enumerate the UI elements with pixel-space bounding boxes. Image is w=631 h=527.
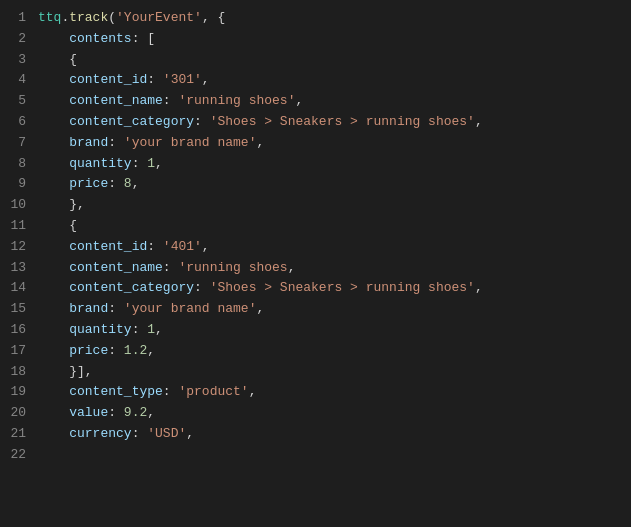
code-line-7: content_category: 'Shoes > Sneakers > ru… [38, 112, 615, 133]
code-line-17: quantity: 1, [38, 320, 615, 341]
token-colon6: : [163, 93, 179, 108]
token-price-key2: price [69, 343, 108, 358]
line-num-13: 13 [0, 258, 26, 279]
token-paren1: ( [108, 10, 116, 25]
token-open12: { [69, 218, 77, 233]
token-comma14: , [288, 260, 296, 275]
code-line-15: content_category: 'Shoes > Sneakers > ru… [38, 278, 615, 299]
token-quantity-key1: quantity [69, 156, 131, 171]
line-num-5: 5 [0, 91, 26, 112]
token-cat-val2: 'Shoes > Sneakers > running shoes' [210, 280, 475, 295]
line-num-10: 10 [0, 195, 26, 216]
token-colon13: : [147, 239, 163, 254]
line-num-11: 11 [0, 216, 26, 237]
token-comma6: , [295, 93, 303, 108]
token-comma13: , [202, 239, 210, 254]
code-line-9: quantity: 1, [38, 154, 615, 175]
code-line-14: content_name: 'running shoes, [38, 258, 615, 279]
code-line-13: content_id: '401', [38, 237, 615, 258]
token-301: '301' [163, 72, 202, 87]
token-comma8: , [256, 135, 264, 150]
line-num-1: 1 [0, 8, 26, 29]
token-brand-val2: 'your brand name' [124, 301, 257, 316]
token-brand-val1: 'your brand name' [124, 135, 257, 150]
token-colon5: : [147, 72, 163, 87]
token-content-cat-key2: content_category [69, 280, 194, 295]
token-content-type-key: content_type [69, 384, 163, 399]
line-num-19: 19 [0, 382, 26, 403]
token-comma16: , [256, 301, 264, 316]
token-close19: }], [69, 364, 92, 379]
token-brace4: { [69, 52, 77, 67]
token-comma10: , [132, 176, 140, 191]
token-comma18: , [147, 343, 155, 358]
line-num-16: 16 [0, 320, 26, 341]
token-event: 'YourEvent' [116, 10, 202, 25]
line-num-6: 6 [0, 112, 26, 133]
token-ttq: ttq [38, 10, 61, 25]
code-line-3: contents: [ [38, 29, 615, 50]
token-contents-key: contents [69, 31, 131, 46]
token-comma21: , [147, 405, 155, 420]
token-running-shoes2: 'running shoes [178, 260, 287, 275]
code-line-4: { [38, 50, 615, 71]
token-comma9: , [155, 156, 163, 171]
token-price-key1: price [69, 176, 108, 191]
code-line-10: price: 8, [38, 174, 615, 195]
token-track: track [69, 10, 108, 25]
line-num-8: 8 [0, 154, 26, 175]
code-line-18: price: 1.2, [38, 341, 615, 362]
token-qty-val2: 1 [147, 322, 155, 337]
token-product: 'product' [178, 384, 248, 399]
token-colon10: : [108, 176, 124, 191]
line-num-21: 21 [0, 424, 26, 445]
token-content-id-key: content_id [69, 72, 147, 87]
token-401: '401' [163, 239, 202, 254]
code-line-12: { [38, 216, 615, 237]
token-colon3: : [ [132, 31, 155, 46]
line-num-4: 4 [0, 70, 26, 91]
token-colon22: : [132, 426, 148, 441]
token-content-name-key: content_name [69, 93, 163, 108]
code-line-21: value: 9.2, [38, 403, 615, 424]
token-colon21: : [108, 405, 124, 420]
token-value-key: value [69, 405, 108, 420]
code-line-20: content_type: 'product', [38, 382, 615, 403]
token-colon16: : [108, 301, 124, 316]
code-editor: 1 2 3 4 5 6 7 8 9 10 11 12 13 14 15 16 1… [0, 0, 631, 474]
line-num-7: 7 [0, 133, 26, 154]
token-comma2: , { [202, 10, 225, 25]
token-colon18: : [108, 343, 124, 358]
token-colon9: : [132, 156, 148, 171]
token-currency-key: currency [69, 426, 131, 441]
token-price-val1: 8 [124, 176, 132, 191]
line-numbers: 1 2 3 4 5 6 7 8 9 10 11 12 13 14 15 16 1… [0, 8, 38, 466]
code-line-11: }, [38, 195, 615, 216]
token-content-name-key2: content_name [69, 260, 163, 275]
token-price-val2: 1.2 [124, 343, 147, 358]
code-line-16: brand: 'your brand name', [38, 299, 615, 320]
token-comma7: , [475, 114, 483, 129]
token-colon7: : [194, 114, 210, 129]
token-content-id-key2: content_id [69, 239, 147, 254]
token-colon15: : [194, 280, 210, 295]
token-running-shoes1: 'running shoes' [178, 93, 295, 108]
token-content-cat-key: content_category [69, 114, 194, 129]
token-colon17: : [132, 322, 148, 337]
token-close11: }, [69, 197, 85, 212]
line-num-3: 3 [0, 50, 26, 71]
line-num-12: 12 [0, 237, 26, 258]
code-lines: ttq.track('YourEvent', { contents: [ { c… [38, 8, 631, 466]
token-brand-key2: brand [69, 301, 108, 316]
line-num-18: 18 [0, 362, 26, 383]
code-line-5: content_id: '301', [38, 70, 615, 91]
code-line-6: content_name: 'running shoes', [38, 91, 615, 112]
token-value-val: 9.2 [124, 405, 147, 420]
line-num-2: 2 [0, 29, 26, 50]
code-line-19: }], [38, 362, 615, 383]
token-brand-key1: brand [69, 135, 108, 150]
token-cat-val1: 'Shoes > Sneakers > running shoes' [210, 114, 475, 129]
line-num-14: 14 [0, 278, 26, 299]
token-colon20: : [163, 384, 179, 399]
line-num-15: 15 [0, 299, 26, 320]
